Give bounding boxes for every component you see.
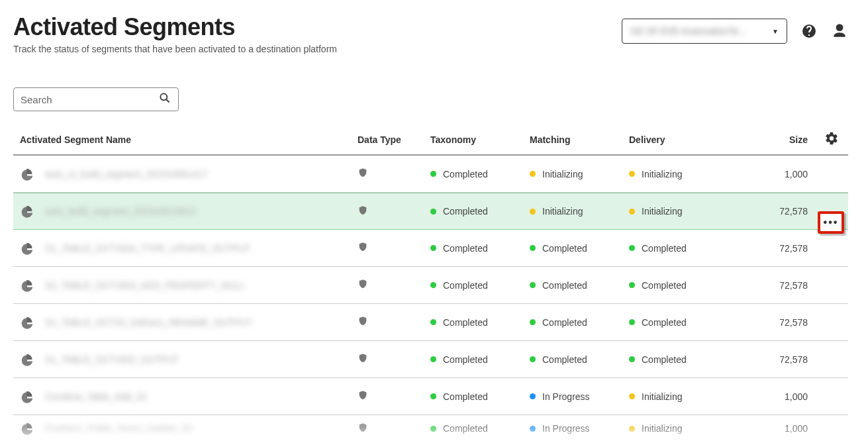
status-dot [629,356,635,362]
col-header-datatype[interactable]: Data Type [358,134,430,145]
status-dot [629,282,635,288]
search-icon [158,91,171,107]
chevron-down-icon: ▼ [772,28,779,35]
account-dropdown-label: GE SF-E2E-AutomationTe... [630,26,746,36]
account-dropdown[interactable]: GE SF-E2E-AutomationTe... ▼ [622,19,787,44]
user-icon[interactable] [831,23,848,40]
table-header: Activated Segment Name Data Type Taxonom… [13,124,848,156]
taxonomy-status: Completed [443,354,488,365]
status-dot [430,356,436,362]
segment-name: Freeform_Public_Rows_Update_S2 [45,423,193,434]
shield-icon [358,205,369,218]
table-row[interactable]: auto_ui_build_segment_202310081417Comple… [13,156,848,193]
status-dot [629,209,635,215]
segment-icon [20,389,34,404]
search-box[interactable] [13,87,179,111]
segment-name: Combine_Table_Add_S1 [45,391,148,402]
segment-icon [20,315,34,330]
delivery-status: Completed [642,280,687,291]
size-value: 1,000 [742,391,808,402]
table-row[interactable]: S2_TABLE_OCT1903_ADD_PROPERTY_NULLComple… [13,267,848,304]
taxonomy-status: Completed [443,423,488,434]
segments-table: Activated Segment Name Data Type Taxonom… [13,124,848,442]
status-dot [530,245,536,251]
matching-status: Completed [542,317,587,328]
size-value: 1,000 [742,423,808,434]
shield-icon [358,422,369,435]
segment-icon [20,278,34,293]
segment-name: auto_ui_build_segment_202310081417 [45,169,208,179]
segment-name: S1_TABLE_OCT1902_OUTPUT [45,354,179,365]
status-dot [530,356,536,362]
status-dot [530,319,536,325]
help-icon[interactable] [800,23,818,40]
taxonomy-status: Completed [443,206,488,217]
table-row[interactable]: S1_TABLE_OCT1904_TYPE_UPDATE_OUTPUTCompl… [13,230,848,267]
segment-name: auto_build_segment_202310014913 [45,206,195,217]
size-value: 72,578 [742,280,808,291]
segment-icon [20,241,34,256]
col-header-name[interactable]: Activated Segment Name [20,134,358,145]
svg-point-0 [160,93,167,100]
delivery-status: Initializing [642,423,682,434]
gear-icon[interactable] [824,131,839,146]
table-row[interactable]: auto_build_segment_202310014913Completed… [13,193,848,230]
taxonomy-status: Completed [443,280,488,291]
page-subtitle: Track the status of segments that have b… [13,44,337,54]
shield-icon [358,241,369,254]
status-dot [430,245,436,251]
delivery-status: Initializing [642,169,682,179]
status-dot [430,393,436,399]
segment-name: S2_TABLE_OCT1903_ADD_PROPERTY_NULL [45,280,245,291]
col-header-size[interactable]: Size [742,134,808,145]
segment-name: S1_TABLE_OCT20_Delivery_RENAME_OUTPUT [45,317,252,328]
matching-status: Initializing [542,206,583,217]
delivery-status: Initializing [642,391,682,402]
status-dot [629,245,635,251]
segment-icon [20,204,34,219]
status-dot [629,171,635,177]
taxonomy-status: Completed [443,391,488,402]
table-row[interactable]: S1_TABLE_OCT20_Delivery_RENAME_OUTPUTCom… [13,304,848,341]
page-title: Activated Segments [13,13,337,41]
table-row[interactable]: S1_TABLE_OCT1902_OUTPUTCompletedComplete… [13,341,848,378]
size-value: 72,578 [742,317,808,328]
status-dot [530,171,536,177]
status-dot [430,171,436,177]
status-dot [430,426,436,432]
size-value: 72,578 [742,354,808,365]
segment-icon [20,352,34,367]
col-header-matching[interactable]: Matching [530,134,629,145]
status-dot [430,319,436,325]
status-dot [629,426,635,432]
segment-icon [20,167,34,181]
shield-icon [358,389,369,403]
taxonomy-status: Completed [443,317,488,328]
status-dot [430,282,436,288]
delivery-status: Completed [642,354,687,365]
size-value: 72,578 [742,243,808,254]
matching-status: In Progress [542,423,590,434]
table-row[interactable]: Freeform_Public_Rows_Update_S2CompletedI… [13,415,848,442]
delivery-status: Completed [642,243,687,254]
shield-icon [358,315,369,328]
size-value: 72,578 [742,206,808,217]
taxonomy-status: Completed [443,243,488,254]
status-dot [530,209,536,215]
status-dot [530,282,536,288]
matching-status: Completed [542,280,587,291]
matching-status: Initializing [542,169,583,179]
status-dot [530,426,536,432]
col-header-delivery[interactable]: Delivery [629,134,742,145]
segment-name: S1_TABLE_OCT1904_TYPE_UPDATE_OUTPUT [45,243,250,254]
search-input[interactable] [21,94,153,105]
more-icon: ••• [824,217,839,228]
segment-icon [20,421,34,436]
shield-icon [358,352,369,366]
delivery-status: Completed [642,317,687,328]
table-row[interactable]: Combine_Table_Add_S1CompletedIn Progress… [13,378,848,415]
status-dot [629,393,635,399]
matching-status: Completed [542,243,587,254]
status-dot [430,209,436,215]
col-header-taxonomy[interactable]: Taxonomy [430,134,530,145]
